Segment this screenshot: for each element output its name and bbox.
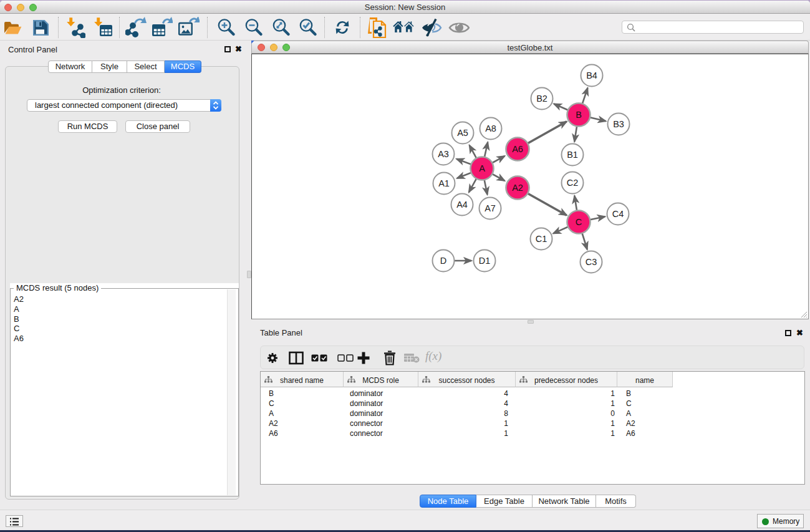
svg-text:A2: A2 xyxy=(512,183,523,193)
svg-text:A8: A8 xyxy=(485,123,496,133)
svg-text:A7: A7 xyxy=(485,203,496,213)
svg-text:A1: A1 xyxy=(438,178,450,188)
svg-text:A6: A6 xyxy=(512,144,523,154)
svg-text:A: A xyxy=(479,163,485,173)
svg-text:D: D xyxy=(440,256,446,266)
svg-text:C3: C3 xyxy=(586,257,597,267)
svg-text:C2: C2 xyxy=(567,178,579,188)
svg-text:A3: A3 xyxy=(438,149,449,159)
svg-text:C4: C4 xyxy=(612,209,624,219)
svg-text:A4: A4 xyxy=(456,200,468,210)
svg-text:C1: C1 xyxy=(536,234,547,244)
svg-text:B2: B2 xyxy=(536,94,547,104)
svg-text:B4: B4 xyxy=(586,70,597,80)
svg-text:D1: D1 xyxy=(479,256,491,266)
svg-text:C: C xyxy=(576,217,582,227)
svg-text:B: B xyxy=(576,110,582,120)
svg-text:A5: A5 xyxy=(457,128,468,138)
svg-text:B3: B3 xyxy=(613,119,624,129)
svg-text:B1: B1 xyxy=(567,150,578,160)
